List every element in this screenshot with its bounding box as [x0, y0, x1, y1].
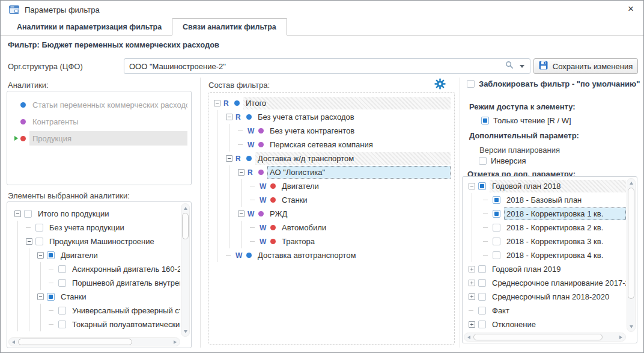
expand-arrow-icon[interactable]: [14, 136, 18, 141]
scroll-up-icon[interactable]: [181, 204, 189, 212]
checkbox[interactable]: [479, 157, 487, 165]
scroll-right-icon[interactable]: [171, 338, 179, 346]
tree-row[interactable]: Годовой план 2018: [463, 179, 626, 193]
analytics-item[interactable]: Контрагенты: [7, 113, 191, 130]
checkbox[interactable]: [58, 307, 66, 315]
scrollbar-thumb[interactable]: [473, 334, 603, 340]
checkbox[interactable]: [58, 279, 66, 287]
vertical-scrollbar[interactable]: [627, 178, 636, 332]
analytics-item[interactable]: Статьи переменных коммерческих расходов: [7, 96, 191, 113]
tree-row[interactable]: Факт: [463, 304, 626, 318]
tree-row[interactable]: RАО "Логистика": [209, 165, 451, 179]
tree-row[interactable]: 2018 - Корректировка 3 кв.: [463, 235, 626, 248]
tree-row[interactable]: Среднесрочное планирование 2017-201: [463, 276, 626, 290]
tree-row[interactable]: Годовой план 2019: [463, 262, 626, 276]
tree-row[interactable]: WБез учета контрагентов: [209, 124, 451, 138]
scroll-left-icon[interactable]: [465, 333, 473, 341]
checkbox[interactable]: [47, 251, 55, 259]
expand-toggle[interactable]: [37, 293, 44, 300]
inversion-row[interactable]: Инверсия: [479, 156, 526, 165]
tree-row[interactable]: WТрактора: [209, 235, 451, 248]
expand-toggle[interactable]: [469, 293, 475, 300]
checkbox[interactable]: [478, 279, 486, 287]
checkbox[interactable]: [493, 251, 500, 259]
org-structure-input[interactable]: [124, 62, 500, 71]
checkbox[interactable]: [24, 210, 32, 218]
scroll-right-icon[interactable]: [617, 333, 625, 341]
dropdown-arrow-icon[interactable]: [520, 65, 524, 68]
checkbox[interactable]: [47, 293, 55, 301]
scroll-up-icon[interactable]: [627, 179, 635, 187]
tree-row[interactable]: WРЖД: [209, 207, 451, 221]
tree-row[interactable]: RБез учета статьи расходов: [209, 110, 451, 124]
expand-toggle[interactable]: [238, 210, 245, 217]
tree-row[interactable]: 2018 - Корректировка 1 кв.: [463, 207, 626, 221]
tree-row[interactable]: Асинхронный двигатель 160-200: [7, 262, 180, 276]
checkbox[interactable]: [478, 182, 486, 190]
close-icon[interactable]: ×: [628, 4, 634, 14]
tree-row[interactable]: Итого по продукции: [7, 207, 180, 221]
scrollbar-thumb[interactable]: [628, 188, 634, 299]
tree-row[interactable]: WАвтомобили: [209, 221, 451, 235]
checkbox[interactable]: [481, 117, 489, 124]
lock-filter-row[interactable]: Заблокировать фильтр - "по умолчанию": [467, 79, 640, 88]
expand-toggle[interactable]: [26, 238, 32, 245]
tree-row[interactable]: WДоставка автотранспортом: [209, 248, 451, 262]
tree-row[interactable]: WДвигатели: [209, 179, 451, 193]
org-structure-field[interactable]: [124, 58, 530, 74]
tree-row[interactable]: RДоставка ж/д транспортом: [209, 152, 451, 165]
save-changes-button[interactable]: Сохранить изменения: [533, 58, 638, 74]
tree-row[interactable]: Без учета продукции: [7, 221, 180, 235]
checkbox[interactable]: [467, 80, 475, 88]
tree-row[interactable]: Станки: [7, 290, 180, 304]
scroll-down-icon[interactable]: [181, 328, 189, 336]
scrollbar-thumb[interactable]: [182, 213, 189, 239]
vertical-scrollbar[interactable]: [181, 203, 190, 337]
checkbox[interactable]: [58, 321, 66, 328]
expand-toggle[interactable]: [214, 100, 220, 106]
tree-row[interactable]: Двигатели: [7, 248, 180, 262]
tree-row[interactable]: RИтого: [209, 96, 451, 110]
tree-row[interactable]: 2018 - Базовый план: [463, 193, 626, 207]
expand-toggle[interactable]: [226, 155, 232, 162]
tree-row[interactable]: 2018 - Корректировка 2 кв.: [463, 221, 626, 235]
tab-analytics-parametrization[interactable]: Аналитики и параметризация фильтра: [7, 19, 172, 35]
expand-toggle[interactable]: [469, 266, 475, 272]
tree-row[interactable]: 2018 - Корректировка 4 кв.: [463, 248, 626, 262]
analytics-item[interactable]: Продукция: [7, 130, 191, 147]
checkbox[interactable]: [35, 238, 43, 245]
scrollbar-thumb[interactable]: [18, 339, 132, 345]
gear-icon[interactable]: [434, 78, 446, 92]
expand-toggle[interactable]: [469, 321, 475, 328]
tree-row[interactable]: Поршневой двигатель внутренне: [7, 276, 180, 290]
checkbox[interactable]: [493, 210, 500, 218]
expand-toggle[interactable]: [469, 280, 475, 286]
checkbox[interactable]: [493, 196, 500, 204]
checkbox[interactable]: [478, 307, 486, 315]
tree-row[interactable]: WСтанки: [209, 193, 451, 207]
tree-row[interactable]: Продукция Машиностроение: [7, 235, 180, 248]
checkbox[interactable]: [493, 224, 500, 232]
tree-row[interactable]: Универсальный фрезерный стан: [7, 304, 180, 318]
checkbox[interactable]: [478, 265, 486, 273]
expand-toggle[interactable]: [37, 252, 44, 259]
tree-row[interactable]: WПермская сетевая компания: [209, 138, 451, 152]
checkbox[interactable]: [35, 224, 43, 232]
expand-toggle[interactable]: [14, 210, 21, 217]
checkbox[interactable]: [478, 293, 486, 301]
tree-row[interactable]: Токарный полуавтоматический с: [7, 318, 180, 331]
horizontal-scrollbar[interactable]: [8, 337, 180, 346]
tree-row[interactable]: Отклонение: [463, 318, 626, 331]
scroll-down-icon[interactable]: [627, 323, 635, 331]
scroll-left-icon[interactable]: [10, 338, 17, 346]
checkbox[interactable]: [58, 265, 66, 273]
read-only-row[interactable]: Только чтение [R / W]: [481, 116, 571, 125]
tree-row[interactable]: Среднесрочный план 2018-2020: [463, 290, 626, 304]
expand-toggle[interactable]: [226, 114, 232, 120]
expand-toggle[interactable]: [469, 183, 475, 189]
expand-toggle[interactable]: [238, 169, 245, 176]
checkbox[interactable]: [478, 321, 486, 328]
horizontal-scrollbar[interactable]: [464, 333, 626, 342]
tab-analytics-links[interactable]: Связи аналитик фильтра: [172, 18, 287, 35]
checkbox[interactable]: [493, 238, 500, 245]
